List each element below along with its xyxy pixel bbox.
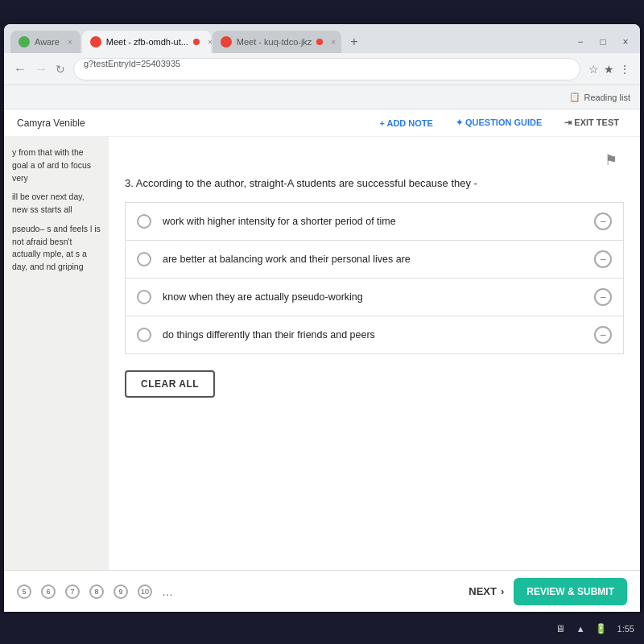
clear-all-button[interactable]: CLEAR ALL xyxy=(125,370,215,398)
tab-close-icon-2[interactable]: × xyxy=(208,38,213,47)
eliminate-button-4[interactable]: − xyxy=(594,326,612,344)
eliminate-button-1[interactable]: − xyxy=(594,213,612,230)
q-circle-7[interactable]: 7 xyxy=(65,584,80,599)
extensions-icon[interactable]: ★ xyxy=(604,63,614,76)
refresh-button[interactable]: ↻ xyxy=(56,63,65,76)
tab-close-icon-3[interactable]: × xyxy=(331,38,336,47)
q-circle-8[interactable]: 8 xyxy=(89,584,104,599)
restore-button[interactable]: □ xyxy=(595,34,611,50)
review-submit-button[interactable]: REVIEW & SUBMIT xyxy=(514,578,627,605)
question-nav-9[interactable]: 9 xyxy=(114,584,128,599)
radio-button-4[interactable] xyxy=(137,328,151,342)
passage-text: y from that with the goal a of ard to fo… xyxy=(12,147,101,274)
taskbar-battery-icon: 🔋 xyxy=(593,621,609,637)
question-guide-button[interactable]: ✦ QUESTION GUIDE xyxy=(448,114,550,131)
main-content: ⚑ 3. According to the author, straight-A… xyxy=(109,137,640,605)
bottom-nav: 5 6 7 8 9 10 … NEXT › REVIEW & SUBMIT xyxy=(4,570,640,612)
minimize-button[interactable]: − xyxy=(572,34,588,50)
user-name: Camyra Venible xyxy=(17,118,85,129)
tab-bar: Aware × Meet - zfb-omdh-ut... × Meet - k… xyxy=(4,24,640,53)
new-tab-button[interactable]: + xyxy=(343,31,365,53)
answer-option-2[interactable]: are better at balancing work and their p… xyxy=(125,240,624,278)
q-circle-10[interactable]: 10 xyxy=(138,584,152,599)
back-button[interactable]: ← xyxy=(14,62,27,76)
taskbar-time: 1:55 xyxy=(617,624,634,634)
url-input[interactable]: g?testEntryId=25403935 xyxy=(73,58,580,80)
tab-meet-2[interactable]: Meet - kuq-tdco-jkz × xyxy=(213,31,341,53)
question-nav-7[interactable]: 7 xyxy=(65,584,80,599)
menu-icon[interactable]: ⋮ xyxy=(619,63,630,76)
option-text-2: are better at balancing work and their p… xyxy=(163,254,583,265)
app-header: Camyra Venible + ADD NOTE ✦ QUESTION GUI… xyxy=(4,109,640,137)
passage-para-2: ill be over next day, new ss starts all xyxy=(12,191,101,217)
taskbar: 🖥 ▲ 🔋 1:55 xyxy=(0,613,644,644)
radio-button-3[interactable] xyxy=(137,290,151,304)
eliminate-button-2[interactable]: − xyxy=(594,250,612,268)
next-button[interactable]: NEXT › xyxy=(469,585,504,597)
flag-icon[interactable]: ⚑ xyxy=(598,150,624,171)
option-text-1: work with higher intensity for a shorter… xyxy=(163,216,583,227)
question-nav-8[interactable]: 8 xyxy=(89,584,104,599)
question-nav-5[interactable]: 5 xyxy=(17,584,31,599)
question-nav-10[interactable]: 10 xyxy=(138,584,152,599)
bookmark-icon[interactable]: ☆ xyxy=(588,63,599,76)
exit-test-button[interactable]: ⇥ EXIT TEST xyxy=(556,114,627,131)
q-circle-5[interactable]: 5 xyxy=(17,584,31,599)
answer-options: work with higher intensity for a shorter… xyxy=(125,202,624,354)
main-layout: y from that with the goal a of ard to fo… xyxy=(4,137,640,605)
answer-option-4[interactable]: do things differently than their friends… xyxy=(125,316,624,354)
reading-bar: 📋 Reading list xyxy=(4,85,640,109)
reading-list-button[interactable]: 📋 Reading list xyxy=(569,92,630,102)
close-button[interactable]: × xyxy=(617,34,634,50)
q-circle-9[interactable]: 9 xyxy=(114,584,128,599)
question-nav-6[interactable]: 6 xyxy=(41,584,56,599)
option-text-4: do things differently than their friends… xyxy=(163,329,583,341)
radio-button-2[interactable] xyxy=(137,252,151,266)
ellipsis-icon: … xyxy=(162,585,173,598)
passage-para-3: pseudo– s and feels l is not afraid besn… xyxy=(12,223,101,274)
forward-button: → xyxy=(35,62,47,76)
address-bar: ← → ↻ g?testEntryId=25403935 ☆ ★ ⋮ xyxy=(4,53,640,85)
browser-frame: Aware × Meet - zfb-omdh-ut... × Meet - k… xyxy=(4,24,640,612)
tab-aware[interactable]: Aware × xyxy=(10,31,80,53)
answer-option-3[interactable]: know when they are actually pseudo-worki… xyxy=(125,278,624,316)
reading-list-icon: 📋 xyxy=(569,92,580,102)
taskbar-screen-icon: 🖥 xyxy=(552,621,568,637)
tab-meet-1[interactable]: Meet - zfb-omdh-ut... × xyxy=(82,31,211,53)
app-content: Camyra Venible + ADD NOTE ✦ QUESTION GUI… xyxy=(4,109,640,612)
question-text: 3. According to the author, straight-A s… xyxy=(125,177,624,189)
option-text-3: know when they are actually pseudo-worki… xyxy=(163,291,583,303)
passage-sidebar: y from that with the goal a of ard to fo… xyxy=(4,137,109,605)
passage-para-1: y from that with the goal a of ard to fo… xyxy=(12,147,101,184)
q-circle-6[interactable]: 6 xyxy=(41,584,56,599)
taskbar-wifi-icon: ▲ xyxy=(576,624,585,634)
add-note-button[interactable]: + ADD NOTE xyxy=(371,115,441,131)
tab-close-icon[interactable]: × xyxy=(68,38,72,47)
radio-button-1[interactable] xyxy=(137,214,151,229)
eliminate-button-3[interactable]: − xyxy=(594,288,612,306)
answer-option-1[interactable]: work with higher intensity for a shorter… xyxy=(125,202,624,240)
next-chevron-icon: › xyxy=(501,585,504,597)
